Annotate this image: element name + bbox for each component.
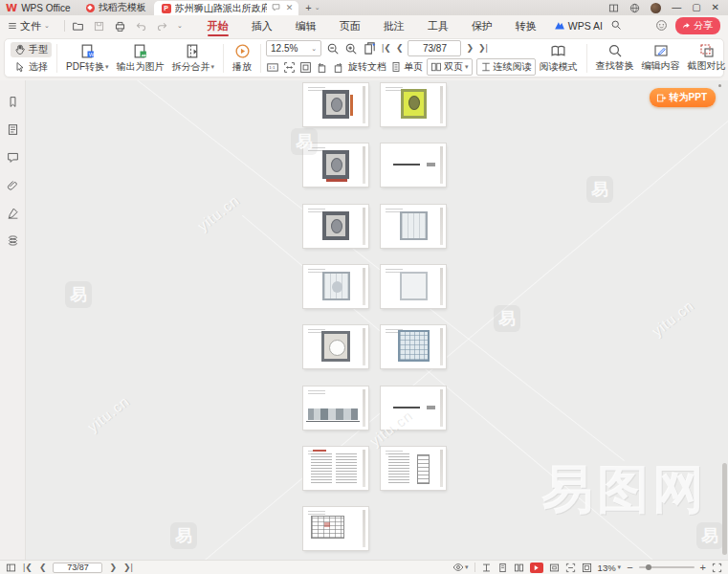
- double-page-button[interactable]: 双页 ▾: [427, 58, 473, 76]
- split-view-icon[interactable]: [608, 3, 619, 13]
- open-folder-icon[interactable]: [72, 20, 84, 33]
- menu-tab-edit[interactable]: 编辑: [284, 15, 328, 36]
- page-thumbnail[interactable]: [381, 447, 446, 490]
- print-icon[interactable]: [114, 20, 126, 33]
- prev-page-icon[interactable]: ❮: [396, 44, 404, 53]
- page-thumbnail[interactable]: [303, 386, 368, 430]
- menu-tab-insert[interactable]: 插入: [240, 15, 284, 36]
- chevron-down-icon[interactable]: ⌄: [315, 4, 320, 11]
- fit-width-icon[interactable]: [565, 563, 576, 573]
- toggle-sidebar-icon[interactable]: [6, 563, 16, 573]
- view-options-icon[interactable]: ▾: [452, 562, 469, 573]
- save-icon[interactable]: [93, 20, 105, 33]
- globe-icon[interactable]: [629, 3, 640, 13]
- stamps-panel-icon[interactable]: [3, 231, 22, 250]
- zoom-in-button[interactable]: +: [700, 562, 706, 573]
- double-page-mode-icon[interactable]: [514, 563, 524, 573]
- play-button[interactable]: [530, 563, 543, 573]
- page-thumbnail[interactable]: [303, 144, 368, 187]
- undo-icon[interactable]: [135, 20, 147, 33]
- file-menu[interactable]: 文件 ⌄: [8, 19, 50, 33]
- tab-docer-templates[interactable]: 找稻壳模板: [78, 0, 154, 15]
- user-avatar[interactable]: [651, 3, 661, 13]
- fit-page-icon[interactable]: [582, 563, 592, 573]
- page-thumbnail[interactable]: [381, 205, 446, 248]
- sticker-feedback-icon[interactable]: [655, 19, 668, 33]
- single-page-mode-icon[interactable]: [497, 563, 508, 573]
- document-view[interactable]: 易 易 易 易 易 易 yitu.cn yitu.cn yitu.cn yitu…: [27, 80, 728, 560]
- zoom-out-button[interactable]: −: [627, 562, 632, 573]
- next-page-icon[interactable]: ❯: [466, 44, 474, 53]
- page-thumbnail[interactable]: [381, 386, 446, 430]
- signature-panel-icon[interactable]: [3, 203, 22, 222]
- menu-tab-tools[interactable]: 工具: [416, 15, 460, 36]
- zoom-slider-knob[interactable]: [646, 564, 651, 570]
- menu-tab-convert[interactable]: 转换: [504, 15, 548, 36]
- wps-ai-button[interactable]: WPS AI: [554, 20, 603, 32]
- fit-width-icon[interactable]: [283, 61, 296, 74]
- page-thumbnail[interactable]: [381, 83, 446, 126]
- select-tool-button[interactable]: 选择: [11, 59, 52, 75]
- page-number-input[interactable]: [408, 40, 461, 56]
- first-page-icon[interactable]: |❮: [382, 44, 391, 53]
- bookmarks-panel-icon[interactable]: [3, 92, 22, 111]
- hand-tool-button[interactable]: 手型: [11, 42, 52, 57]
- comment-bubble-icon[interactable]: [271, 3, 281, 13]
- menu-tab-annotate[interactable]: 批注: [372, 15, 416, 36]
- rotate-doc-button[interactable]: 旋转文档: [348, 60, 386, 74]
- pdf-convert-button[interactable]: W PDF转换▾: [62, 43, 113, 74]
- actual-size-icon[interactable]: [549, 563, 560, 573]
- page-thumbnail[interactable]: [381, 144, 446, 187]
- status-zoom-select[interactable]: 13% ▾: [598, 563, 622, 573]
- find-replace-button[interactable]: 查找替换: [592, 43, 638, 73]
- redo-icon[interactable]: [156, 20, 168, 33]
- comments-panel-icon[interactable]: [3, 147, 22, 166]
- zoom-level-select[interactable]: 12.5% ⌄: [266, 40, 321, 56]
- fullscreen-icon[interactable]: [712, 563, 722, 573]
- export-image-button[interactable]: 输出为图片: [113, 43, 168, 74]
- zoom-out-icon[interactable]: [326, 42, 340, 55]
- page-thumbnail[interactable]: [303, 447, 368, 490]
- chevron-down-icon[interactable]: ⌄: [177, 22, 183, 30]
- menu-tab-page[interactable]: 页面: [328, 15, 372, 36]
- minimize-icon[interactable]: —: [672, 3, 681, 12]
- rotate-left-icon[interactable]: [316, 61, 328, 74]
- next-page-icon[interactable]: ❯: [109, 563, 117, 572]
- prev-page-icon[interactable]: ❮: [39, 563, 47, 572]
- attachment-panel-icon[interactable]: [3, 175, 22, 194]
- vertical-scrollbar[interactable]: [722, 463, 727, 555]
- last-page-icon[interactable]: ❯|: [478, 44, 488, 53]
- last-page-icon[interactable]: ❯|: [123, 563, 133, 572]
- zoom-in-icon[interactable]: [344, 42, 358, 55]
- page-thumbnail[interactable]: [303, 325, 368, 368]
- extract-pages-icon[interactable]: [363, 41, 377, 55]
- share-button[interactable]: 分享: [675, 17, 720, 34]
- play-slideshow-button[interactable]: 播放: [229, 43, 255, 74]
- single-page-button[interactable]: 单页: [390, 60, 423, 74]
- first-page-icon[interactable]: |❮: [23, 563, 33, 572]
- screenshot-compare-button[interactable]: 截图对比: [684, 43, 728, 73]
- rotate-right-icon[interactable]: [332, 61, 344, 74]
- tab-wps-home[interactable]: W WPS Office: [0, 0, 78, 15]
- menu-tab-home[interactable]: 开始: [196, 15, 240, 36]
- actual-size-icon[interactable]: 1:1: [266, 61, 279, 74]
- close-window-icon[interactable]: ✕: [712, 3, 719, 12]
- split-merge-button[interactable]: 拆分合并▾: [168, 43, 219, 74]
- page-thumbnail[interactable]: [303, 265, 368, 308]
- continuous-mode-icon[interactable]: [481, 563, 492, 573]
- edit-content-button[interactable]: 编辑内容: [638, 43, 684, 73]
- floating-widget-handle[interactable]: [718, 84, 721, 87]
- read-mode-button[interactable]: 阅读模式: [536, 43, 582, 74]
- tab-close-icon[interactable]: ✕: [285, 4, 295, 12]
- tab-pdf-document[interactable]: P 苏州狮山路派出所政府办公方 ✕: [154, 1, 299, 15]
- convert-to-ppt-button[interactable]: 转为PPT: [650, 88, 716, 107]
- new-tab-button[interactable]: + ⌄: [298, 0, 326, 15]
- page-thumbnail[interactable]: [303, 83, 368, 126]
- page-thumbnail[interactable]: [303, 507, 368, 550]
- thumbnails-panel-icon[interactable]: [3, 120, 22, 139]
- fit-page-icon[interactable]: [299, 61, 312, 74]
- status-page-input[interactable]: [53, 563, 102, 573]
- page-thumbnail[interactable]: [381, 325, 446, 368]
- page-thumbnail[interactable]: [303, 205, 368, 248]
- search-icon[interactable]: [610, 19, 622, 33]
